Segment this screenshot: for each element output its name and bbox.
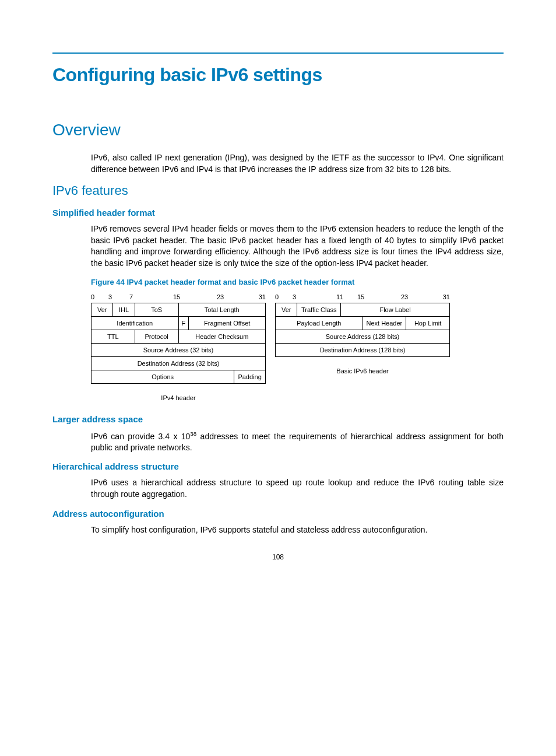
ipv6-nh: Next Header [363, 316, 406, 330]
ipv6-pl: Payload Length [276, 316, 363, 330]
heading-simplified: Simplified header format [52, 208, 504, 218]
ipv6-column: 0 3 11 15 23 31 Ver Traffic Class Flo [275, 293, 450, 374]
ipv4-ver: Ver [92, 303, 113, 316]
ipv4-f: F [178, 316, 189, 330]
ipv6-ver: Ver [276, 303, 297, 316]
heading-auto: Address autoconfiguration [52, 509, 504, 519]
ipv4-dst: Destination Address (32 bits) [92, 356, 266, 370]
ipv4-ident: Identification [92, 316, 179, 330]
ipv6-src: Source Address (128 bits) [276, 330, 450, 343]
ipv4-tos: ToS [135, 303, 178, 316]
ipv6-caption: Basic IPv6 header [275, 368, 450, 374]
heading-overview: Overview [52, 121, 504, 139]
simplified-paragraph: IPv6 removes several IPv4 header fields … [91, 223, 504, 269]
ipv6-hl: Hop Limit [406, 316, 450, 330]
hier-paragraph: IPv6 uses a hierarchical address structu… [91, 477, 504, 500]
ipv4-pad: Padding [234, 370, 266, 383]
ipv4-bit-ruler: 0 3 7 15 23 31 [91, 293, 266, 302]
overview-paragraph: IPv6, also called IP next generation (IP… [91, 152, 504, 175]
heading-features: IPv6 features [52, 183, 504, 198]
ipv4-src: Source Address (32 bits) [92, 343, 266, 356]
ipv4-proto: Protocol [135, 330, 178, 343]
header-diagram: 0 3 7 15 23 31 Ver IHL ToS [91, 293, 504, 401]
ipv4-header-table: Ver IHL ToS Total Length Identification … [91, 303, 266, 384]
auto-paragraph: To simplify host configuration, IPv6 sup… [91, 524, 504, 536]
heading-larger: Larger address space [52, 414, 504, 424]
ipv4-caption: IPv4 header [91, 394, 266, 401]
ipv6-flow: Flow Label [341, 303, 450, 316]
ipv4-ihl: IHL [113, 303, 135, 316]
ipv6-dst: Destination Address (128 bits) [276, 343, 450, 356]
ipv6-tc: Traffic Class [297, 303, 341, 316]
ipv4-frag: Fragment Offset [189, 316, 266, 330]
heading-hier: Hierarchical address structure [52, 461, 504, 471]
top-rule [52, 52, 504, 54]
ipv4-ttl: TTL [92, 330, 135, 343]
ipv4-opt: Options [92, 370, 234, 383]
ipv4-column: 0 3 7 15 23 31 Ver IHL ToS [91, 293, 266, 401]
ipv6-header-table: Ver Traffic Class Flow Label Payload Len… [275, 303, 450, 357]
ipv4-total: Total Length [178, 303, 266, 316]
page-number: 108 [52, 553, 504, 561]
page-title: Configuring basic IPv6 settings [52, 64, 504, 86]
ipv4-chk: Header Checksum [178, 330, 266, 343]
figure-caption: Figure 44 IPv4 packet header format and … [91, 278, 504, 286]
ipv6-bit-ruler: 0 3 11 15 23 31 [275, 293, 450, 302]
larger-paragraph: IPv6 can provide 3.4 x 1038 addresses to… [91, 430, 504, 454]
